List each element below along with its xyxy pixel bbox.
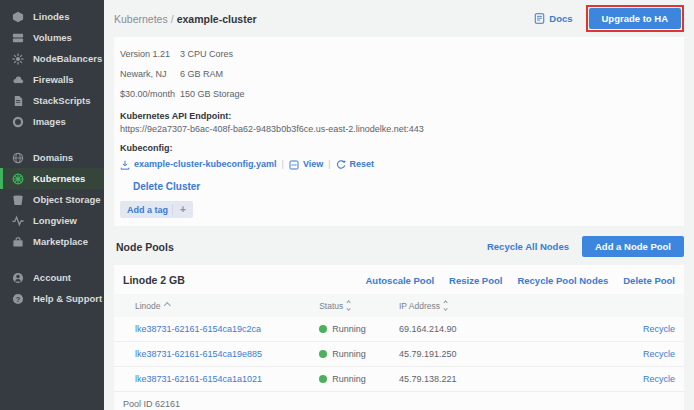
node-name-link[interactable]: lke38731-62161-6154ca19c2ca — [114, 324, 319, 334]
separator: | — [328, 157, 330, 172]
nodebalancers-icon — [12, 52, 25, 65]
sidebar-item-label: Kubernetes — [33, 173, 85, 184]
separator: | — [282, 157, 284, 172]
view-icon — [289, 160, 299, 170]
volumes-icon — [12, 31, 25, 44]
recycle-node-link[interactable]: Recycle — [570, 374, 684, 384]
pool-name: Linode 2 GB — [123, 274, 185, 286]
kubeconfig-download-link[interactable]: example-cluster-kubeconfig.yaml — [120, 157, 277, 172]
sort-ascending-icon — [164, 302, 170, 308]
sidebar-item-label: Help & Support — [33, 293, 102, 304]
svg-text:?: ? — [16, 294, 21, 303]
autoscale-pool-link[interactable]: Autoscale Pool — [365, 275, 434, 286]
status-cell: Running — [319, 324, 399, 334]
sort-icon — [347, 301, 350, 309]
app-window: Linodes Volumes NodeBalancers Firewalls … — [0, 0, 694, 410]
sidebar-item-volumes[interactable]: Volumes — [0, 27, 104, 48]
sidebar-item-linodes[interactable]: Linodes — [0, 6, 104, 27]
upgrade-to-ha-button[interactable]: Upgrade to HA — [589, 8, 682, 29]
sidebar-item-account[interactable]: Account — [0, 267, 104, 288]
recycle-node-link[interactable]: Recycle — [570, 349, 684, 359]
sidebar-item-label: Images — [33, 116, 66, 127]
kubeconfig-reset-link[interactable]: Reset — [336, 157, 375, 172]
sidebar-item-label: Firewalls — [33, 74, 74, 85]
docs-link[interactable]: Docs — [534, 13, 572, 24]
account-icon — [12, 271, 25, 284]
recycle-pool-nodes-link[interactable]: Recycle Pool Nodes — [517, 275, 608, 286]
node-pools-header: Node Pools Recycle All Nodes Add a Node … — [114, 236, 684, 257]
status-badge: Running — [332, 374, 366, 384]
main-content: Kubernetes/example-cluster Docs Upgrade … — [104, 0, 694, 410]
node-name-link[interactable]: lke38731-62161-6154ca1a1021 — [114, 374, 319, 384]
recycle-all-nodes-link[interactable]: Recycle All Nodes — [487, 241, 569, 252]
status-cell: Running — [319, 349, 399, 359]
sidebar: Linodes Volumes NodeBalancers Firewalls … — [0, 0, 104, 410]
sidebar-item-firewalls[interactable]: Firewalls — [0, 69, 104, 90]
sidebar-item-help-support[interactable]: ? Help & Support — [0, 288, 104, 309]
table-row: lke38731-62161-6154ca1a1021 Running 45.7… — [114, 367, 684, 392]
linodes-icon — [12, 10, 25, 23]
add-node-pool-button[interactable]: Add a Node Pool — [582, 236, 684, 257]
status-cell: Running — [319, 374, 399, 384]
add-tag-button[interactable]: Add a tag + — [120, 201, 193, 218]
status-running-dot — [319, 350, 327, 358]
delete-cluster-button[interactable]: Delete Cluster — [133, 181, 676, 192]
ip-address: 45.79.191.250 — [399, 349, 570, 359]
spec-cpu: 3 CPU Cores — [180, 44, 233, 64]
kubernetes-icon — [12, 172, 25, 185]
spec-row: Version 1.21 3 CPU Cores — [120, 44, 676, 64]
sidebar-item-longview[interactable]: Longview — [0, 210, 104, 231]
sidebar-item-stackscripts[interactable]: StackScripts — [0, 90, 104, 111]
pool-id-footer: Pool ID 62161 — [114, 392, 684, 410]
column-header-linode[interactable]: Linode — [114, 301, 319, 311]
topbar: Kubernetes/example-cluster Docs Upgrade … — [114, 0, 684, 37]
docs-icon — [534, 13, 545, 24]
column-header-status[interactable]: Status — [319, 301, 399, 311]
sidebar-item-label: Longview — [33, 215, 77, 226]
delete-pool-link[interactable]: Delete Pool — [623, 275, 675, 286]
sidebar-item-label: Linodes — [33, 11, 69, 22]
table-row: lke38731-62161-6154ca19c2ca Running 69.1… — [114, 317, 684, 342]
status-badge: Running — [332, 349, 366, 359]
breadcrumb-current: example-cluster — [177, 13, 257, 25]
sidebar-item-label: NodeBalancers — [33, 53, 102, 64]
sidebar-item-label: Volumes — [33, 32, 72, 43]
images-icon — [12, 115, 25, 128]
spec-storage: 150 GB Storage — [180, 84, 245, 104]
breadcrumb-separator: / — [171, 13, 174, 25]
breadcrumb-section[interactable]: Kubernetes — [114, 13, 168, 25]
sidebar-item-images[interactable]: Images — [0, 111, 104, 132]
spec-version: Version 1.21 — [120, 44, 180, 64]
status-badge: Running — [332, 324, 366, 334]
resize-pool-link[interactable]: Resize Pool — [449, 275, 502, 286]
recycle-node-link[interactable]: Recycle — [570, 324, 684, 334]
sidebar-item-nodebalancers[interactable]: NodeBalancers — [0, 48, 104, 69]
spec-price: $30.00/month — [120, 84, 180, 104]
longview-icon — [12, 214, 25, 227]
node-pools-title: Node Pools — [114, 241, 174, 253]
node-name-link[interactable]: lke38731-62161-6154ca19e885 — [114, 349, 319, 359]
spec-row: Newark, NJ 6 GB RAM — [120, 64, 676, 84]
column-header-ip-address[interactable]: IP Address — [399, 301, 570, 311]
spec-row: $30.00/month 150 GB Storage — [120, 84, 676, 104]
kubeconfig-view-link[interactable]: View — [289, 157, 323, 172]
table-header-row: Linode Status IP Address — [114, 294, 684, 317]
download-icon — [120, 160, 130, 170]
kubeconfig-row: example-cluster-kubeconfig.yaml | View |… — [120, 157, 676, 172]
pool-header: Linode 2 GB Autoscale Pool Resize Pool R… — [114, 265, 684, 294]
help-icon: ? — [12, 292, 25, 305]
sidebar-item-domains[interactable]: Domains — [0, 147, 104, 168]
sidebar-item-label: Account — [33, 272, 71, 283]
sidebar-item-label: Domains — [33, 152, 73, 163]
cluster-summary-panel: Version 1.21 3 CPU Cores Newark, NJ 6 GB… — [114, 37, 684, 226]
status-running-dot — [319, 325, 327, 333]
api-endpoint-url: https://9e2a7307-b6ac-408f-ba62-9483b0b3… — [120, 123, 676, 136]
breadcrumb: Kubernetes/example-cluster — [114, 13, 257, 25]
sidebar-item-marketplace[interactable]: Marketplace — [0, 231, 104, 252]
sidebar-item-object-storage[interactable]: Object Storage — [0, 189, 104, 210]
sidebar-item-label: StackScripts — [33, 95, 91, 106]
add-tag-label: Add a tag — [127, 205, 168, 215]
api-endpoint-label: Kubernetes API Endpoint: — [120, 109, 676, 123]
sort-icon — [444, 301, 447, 309]
sidebar-item-kubernetes[interactable]: Kubernetes — [0, 168, 104, 189]
